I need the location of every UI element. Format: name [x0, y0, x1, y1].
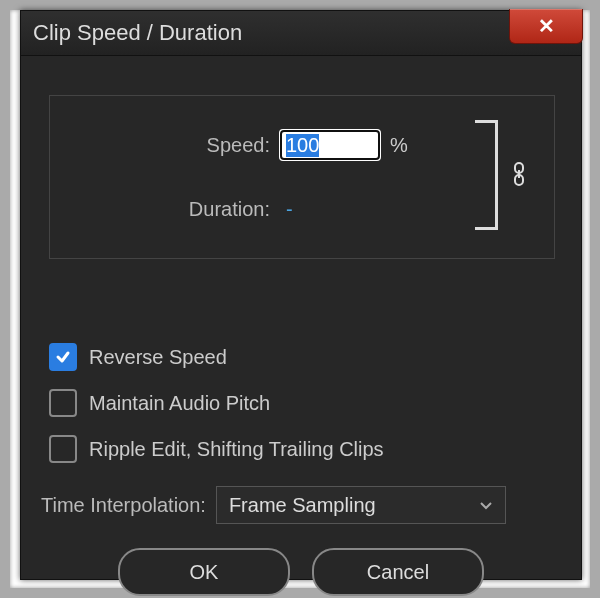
close-icon: ✕ — [538, 16, 555, 36]
duration-label: Duration: — [50, 198, 280, 221]
close-button[interactable]: ✕ — [509, 9, 583, 44]
ok-button-label: OK — [190, 561, 219, 584]
dialog-title: Clip Speed / Duration — [33, 20, 242, 46]
reverse-speed-row: Reverse Speed — [21, 334, 581, 380]
time-interpolation-label: Time Interpolation: — [41, 494, 206, 517]
speed-label: Speed: — [50, 134, 280, 157]
reverse-speed-checkbox[interactable] — [49, 343, 77, 371]
link-icon[interactable] — [512, 162, 526, 191]
speed-duration-panel: Speed: % Duration: - — [49, 95, 555, 259]
time-interpolation-value: Frame Sampling — [229, 494, 376, 517]
dialog-window: Clip Speed / Duration ✕ Speed: % Duratio… — [20, 10, 582, 580]
speed-input[interactable] — [280, 130, 380, 160]
speed-unit: % — [390, 134, 408, 157]
time-interpolation-select[interactable]: Frame Sampling — [216, 486, 506, 524]
ripple-edit-row: Ripple Edit, Shifting Trailing Clips — [21, 426, 581, 472]
reverse-speed-label: Reverse Speed — [89, 346, 227, 369]
link-bracket-icon — [475, 120, 498, 230]
titlebar: Clip Speed / Duration — [21, 11, 581, 56]
maintain-pitch-checkbox[interactable] — [49, 389, 77, 417]
cancel-button-label: Cancel — [367, 561, 429, 584]
duration-value[interactable]: - — [286, 198, 293, 221]
ok-button[interactable]: OK — [118, 548, 290, 596]
chevron-down-icon — [479, 494, 493, 517]
ripple-edit-label: Ripple Edit, Shifting Trailing Clips — [89, 438, 384, 461]
maintain-pitch-row: Maintain Audio Pitch — [21, 380, 581, 426]
ripple-edit-checkbox[interactable] — [49, 435, 77, 463]
time-interpolation-row: Time Interpolation: Frame Sampling — [21, 486, 581, 524]
cancel-button[interactable]: Cancel — [312, 548, 484, 596]
maintain-pitch-label: Maintain Audio Pitch — [89, 392, 270, 415]
